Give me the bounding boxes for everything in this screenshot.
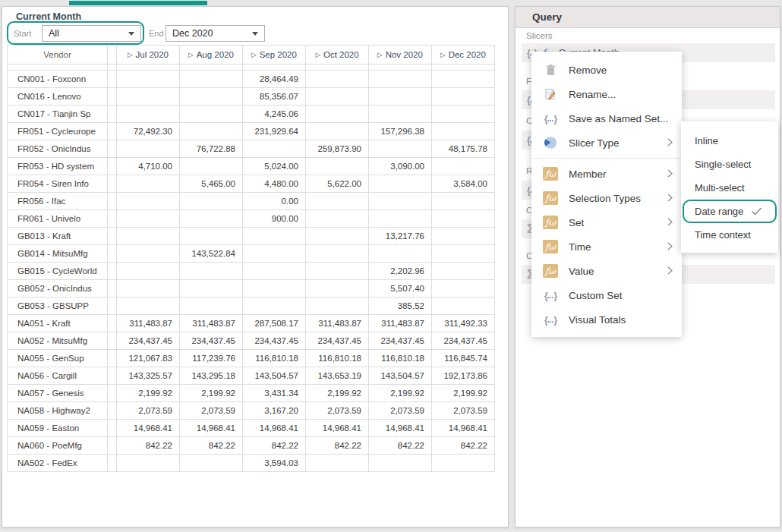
value-cell[interactable] [180, 105, 243, 123]
value-cell[interactable] [432, 245, 495, 263]
value-cell[interactable] [432, 210, 495, 228]
value-cell[interactable] [432, 105, 495, 123]
value-cell[interactable] [180, 263, 243, 280]
vendor-cell[interactable]: NA060 - PoeMfg [8, 437, 108, 455]
value-cell[interactable] [306, 228, 369, 245]
value-cell[interactable] [180, 123, 243, 140]
menu-item-time[interactable]: ƒωTime [531, 235, 682, 259]
value-cell[interactable]: 14,968.41 [117, 420, 180, 437]
value-cell[interactable]: 311,483.87 [306, 315, 369, 332]
month-column-header[interactable]: ▷Dec 2020 [432, 46, 495, 65]
value-cell[interactable] [369, 245, 432, 263]
value-cell[interactable]: 234,437.45 [369, 332, 432, 350]
value-cell[interactable] [369, 210, 432, 228]
vendor-cell[interactable]: NA502 - FedEx [8, 455, 108, 472]
value-cell[interactable] [117, 175, 180, 193]
vendor-cell[interactable]: NA059 - Easton [8, 420, 108, 437]
vendor-cell[interactable]: NA058 - Highway2 [8, 402, 108, 420]
value-cell[interactable] [117, 228, 180, 245]
menu-item-value[interactable]: ƒωValue [531, 259, 682, 283]
value-cell[interactable] [117, 280, 180, 297]
value-cell[interactable]: 2,073.59 [432, 402, 495, 420]
value-cell[interactable]: 900.00 [243, 210, 306, 228]
value-cell[interactable]: 14,968.41 [432, 420, 495, 437]
value-cell[interactable] [117, 88, 180, 105]
value-cell[interactable] [432, 297, 495, 315]
value-cell[interactable]: 117,239.76 [180, 350, 243, 367]
value-cell[interactable] [306, 455, 369, 472]
value-cell[interactable]: 2,073.59 [117, 402, 180, 420]
value-cell[interactable]: 76,722.88 [180, 140, 243, 158]
menu-item-visual-totals[interactable]: {...}Visual Totals [531, 307, 682, 332]
month-column-header[interactable]: ▷Nov 2020 [369, 46, 432, 65]
value-cell[interactable] [117, 105, 180, 123]
value-cell[interactable] [306, 280, 369, 297]
value-cell[interactable]: 143,504.57 [369, 367, 432, 385]
value-cell[interactable] [432, 228, 495, 245]
value-cell[interactable]: 2,199.92 [432, 385, 495, 402]
value-cell[interactable] [117, 263, 180, 280]
value-cell[interactable]: 116,810.18 [306, 350, 369, 367]
value-cell[interactable] [180, 297, 243, 315]
value-cell[interactable]: 234,437.45 [432, 332, 495, 350]
value-cell[interactable]: 5,024.00 [243, 158, 306, 175]
submenu-item-single-select[interactable]: Single-select [681, 153, 778, 176]
value-cell[interactable] [117, 140, 180, 158]
value-cell[interactable] [306, 88, 369, 105]
vendor-cell[interactable]: GB013 - Kraft [8, 228, 108, 245]
value-cell[interactable] [432, 71, 495, 88]
vendor-cell[interactable]: GB053 - GBSUPP [8, 297, 108, 315]
value-cell[interactable]: 116,810.18 [243, 350, 306, 367]
value-cell[interactable] [306, 210, 369, 228]
value-cell[interactable]: 143,504.57 [243, 367, 306, 385]
menu-item-selection-types[interactable]: ƒωSelection Types [531, 186, 682, 210]
value-cell[interactable] [306, 123, 369, 140]
vendor-cell[interactable]: CN016 - Lenovo [8, 88, 108, 105]
menu-item-set[interactable]: ƒωSet [531, 210, 682, 235]
vendor-cell[interactable]: GB015 - CycleWorld [8, 263, 108, 280]
menu-item-remove[interactable]: Remove [531, 58, 682, 82]
vendor-cell[interactable]: FR052 - OnicIndus [8, 140, 108, 158]
value-cell[interactable] [306, 245, 369, 263]
value-cell[interactable]: 14,968.41 [306, 420, 369, 437]
value-cell[interactable]: 842.22 [243, 437, 306, 455]
vendor-cell[interactable]: FR053 - HD system [8, 158, 108, 175]
value-cell[interactable] [180, 228, 243, 245]
value-cell[interactable]: 234,437.45 [117, 332, 180, 350]
value-cell[interactable] [180, 88, 243, 105]
value-cell[interactable]: 2,073.59 [306, 402, 369, 420]
value-cell[interactable]: 2,199.92 [306, 385, 369, 402]
value-cell[interactable] [117, 193, 180, 210]
value-cell[interactable]: 143,295.18 [180, 367, 243, 385]
value-cell[interactable] [180, 280, 243, 297]
value-cell[interactable] [432, 263, 495, 280]
value-cell[interactable] [180, 455, 243, 472]
value-cell[interactable] [369, 105, 432, 123]
value-cell[interactable]: 3,584.00 [432, 175, 495, 193]
value-cell[interactable]: 311,483.87 [369, 315, 432, 332]
value-cell[interactable]: 234,437.45 [243, 332, 306, 350]
value-cell[interactable] [180, 193, 243, 210]
value-cell[interactable]: 143,325.57 [117, 367, 180, 385]
value-cell[interactable]: 121,067.83 [117, 350, 180, 367]
value-cell[interactable] [117, 245, 180, 263]
start-date-dropdown[interactable]: All [42, 25, 141, 42]
value-cell[interactable] [243, 297, 306, 315]
value-cell[interactable] [306, 297, 369, 315]
value-cell[interactable]: 3,090.00 [369, 158, 432, 175]
value-cell[interactable]: 842.22 [432, 437, 495, 455]
submenu-item-multi-select[interactable]: Multi-select [681, 176, 778, 200]
value-cell[interactable]: 842.22 [306, 437, 369, 455]
value-cell[interactable]: 13,217.76 [369, 228, 432, 245]
value-cell[interactable]: 85,356.07 [243, 88, 306, 105]
value-cell[interactable]: 3,594.03 [243, 455, 306, 472]
value-cell[interactable]: 311,492.33 [432, 315, 495, 332]
value-cell[interactable]: 14,968.41 [369, 420, 432, 437]
value-cell[interactable] [180, 210, 243, 228]
value-cell[interactable] [432, 158, 495, 175]
value-cell[interactable] [117, 71, 180, 88]
value-cell[interactable]: 234,437.45 [180, 332, 243, 350]
end-date-dropdown[interactable]: Dec 2020 [166, 25, 265, 42]
value-cell[interactable]: 72,492.30 [117, 123, 180, 140]
vendor-cell[interactable]: NA055 - GenSup [8, 350, 108, 367]
